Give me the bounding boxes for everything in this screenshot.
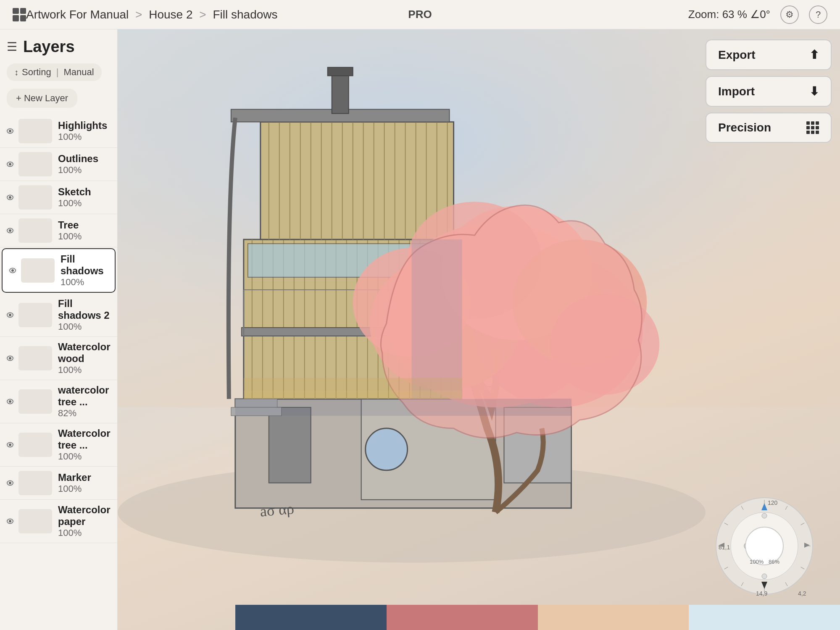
layer-name: Tree <box>58 219 112 231</box>
layer-item[interactable]: Fill shadows 100% <box>2 248 116 293</box>
layer-thumbnail <box>18 346 52 370</box>
svg-rect-83 <box>328 67 353 76</box>
eye-visibility-toggle[interactable] <box>2 227 18 234</box>
app-grid-icon[interactable] <box>13 8 26 21</box>
hamburger-icon[interactable]: ☰ <box>7 40 17 54</box>
eye-visibility-toggle[interactable] <box>2 480 18 486</box>
layer-name: Outlines <box>58 153 112 165</box>
color-swatch[interactable] <box>689 605 840 630</box>
svg-point-38 <box>366 428 408 470</box>
layer-thumbnail <box>18 433 52 457</box>
eye-visibility-toggle[interactable] <box>2 194 18 201</box>
color-swatch[interactable] <box>538 605 689 630</box>
layer-opacity: 100% <box>58 451 112 462</box>
svg-point-126 <box>762 574 767 579</box>
settings-button[interactable]: ⚙ <box>780 5 799 24</box>
svg-rect-102 <box>244 391 462 399</box>
svg-point-2 <box>9 130 11 132</box>
layer-item[interactable]: Sketch 100% <box>0 181 117 214</box>
sorting-button[interactable]: ↕ Sorting | Manual <box>7 63 102 81</box>
layer-thumbnail <box>18 389 52 414</box>
eye-visibility-toggle[interactable] <box>2 398 18 405</box>
svg-point-20 <box>9 357 11 360</box>
layer-opacity: 100% <box>58 483 112 494</box>
breadcrumb: Artwork For Manual > House 2 > Fill shad… <box>26 8 688 21</box>
svg-point-29 <box>9 482 11 484</box>
layer-thumbnail <box>18 119 52 143</box>
eye-visibility-toggle[interactable] <box>2 441 18 448</box>
svg-point-5 <box>9 163 11 165</box>
layer-info: Highlights 100% <box>58 120 112 142</box>
eye-visibility-toggle[interactable] <box>2 312 18 318</box>
layer-item[interactable]: Highlights 100% <box>0 115 117 148</box>
precision-button[interactable]: Precision <box>706 113 832 143</box>
precision-grid-icon <box>806 121 819 134</box>
svg-point-17 <box>9 314 11 316</box>
sorting-row: ↕ Sorting | Manual <box>0 61 117 86</box>
layer-name: Sketch <box>58 186 112 198</box>
export-button[interactable]: Export ⬆ <box>706 39 832 70</box>
svg-rect-99 <box>412 239 462 399</box>
layer-item[interactable]: Watercolor tree ... 100% <box>0 423 117 467</box>
layer-name: Marker <box>58 472 112 483</box>
layer-info: watercolor tree ... 82% <box>58 384 112 419</box>
layer-opacity: 100% <box>58 365 112 375</box>
right-panel: Export ⬆ Import ⬇ Precision <box>697 29 840 159</box>
layer-info: Fill shadows 2 100% <box>58 298 112 332</box>
import-button[interactable]: Import ⬇ <box>706 76 832 107</box>
layer-thumbnail <box>18 303 52 327</box>
svg-rect-100 <box>235 399 571 416</box>
color-swatch[interactable] <box>387 605 538 630</box>
svg-point-8 <box>9 196 11 199</box>
layer-info: Fill shadows 100% <box>61 253 110 288</box>
eye-visibility-toggle[interactable] <box>4 267 21 274</box>
layer-thumbnail <box>18 185 52 210</box>
layer-info: Outlines 100% <box>58 153 112 176</box>
layer-item[interactable]: Marker 100% <box>0 467 117 500</box>
layer-opacity: 100% <box>58 528 112 538</box>
breadcrumb-house[interactable]: House 2 <box>149 8 192 21</box>
svg-point-125 <box>762 513 767 518</box>
layer-name: Highlights <box>58 120 112 131</box>
color-swatches <box>235 605 840 630</box>
layers-title: Layers <box>23 38 75 56</box>
help-button[interactable]: ? <box>809 5 827 24</box>
breadcrumb-sep1: > <box>135 8 145 21</box>
eye-visibility-toggle[interactable] <box>2 128 18 134</box>
new-layer-button[interactable]: + New Layer <box>7 89 77 108</box>
sorting-mode: Manual <box>63 67 94 78</box>
breadcrumb-project[interactable]: Artwork For Manual <box>26 8 129 21</box>
eye-visibility-toggle[interactable] <box>2 355 18 362</box>
zoom-label: Zoom: 63 % ∠0° <box>688 8 770 21</box>
layer-item[interactable]: Outlines 100% <box>0 148 117 181</box>
layer-info: Marker 100% <box>58 472 112 494</box>
layer-opacity: 100% <box>61 277 110 288</box>
left-panel: ☰ Layers ↕ Sorting | Manual + New Layer <box>0 29 118 630</box>
svg-text:120: 120 <box>768 499 778 506</box>
layer-info: Watercolor wood 100% <box>58 341 112 375</box>
breadcrumb-current[interactable]: Fill shadows <box>213 8 277 21</box>
layer-info: Watercolor tree ... 100% <box>58 428 112 462</box>
export-label: Export <box>718 48 756 62</box>
layer-item[interactable]: Fill shadows 2 100% <box>0 294 117 337</box>
layer-thumbnail <box>18 152 52 176</box>
svg-text:4,2: 4,2 <box>798 590 806 596</box>
layer-name: Watercolor tree ... <box>58 428 112 451</box>
radial-dial[interactable]: 120 81,1 14,9 4,2 .544 pts 100% 86% <box>714 496 815 596</box>
svg-rect-82 <box>332 71 349 113</box>
layer-item[interactable]: watercolor tree ... 82% <box>0 380 117 423</box>
layer-item[interactable]: Watercolor paper 100% <box>0 500 117 543</box>
sorting-label: Sorting <box>22 67 51 78</box>
layer-opacity: 100% <box>58 321 112 332</box>
layer-item[interactable]: Watercolor wood 100% <box>0 337 117 380</box>
import-icon: ⬇ <box>809 84 819 98</box>
eye-visibility-toggle[interactable] <box>2 518 18 525</box>
breadcrumb-sep2: > <box>199 8 209 21</box>
color-swatch[interactable] <box>235 605 387 630</box>
layer-item[interactable]: Tree 100% <box>0 214 117 247</box>
layer-opacity: 100% <box>58 231 112 242</box>
top-right-controls: Zoom: 63 % ∠0° ⚙ ? <box>688 5 827 24</box>
layer-opacity: 100% <box>58 165 112 176</box>
eye-visibility-toggle[interactable] <box>2 161 18 168</box>
layer-info: Tree 100% <box>58 219 112 242</box>
